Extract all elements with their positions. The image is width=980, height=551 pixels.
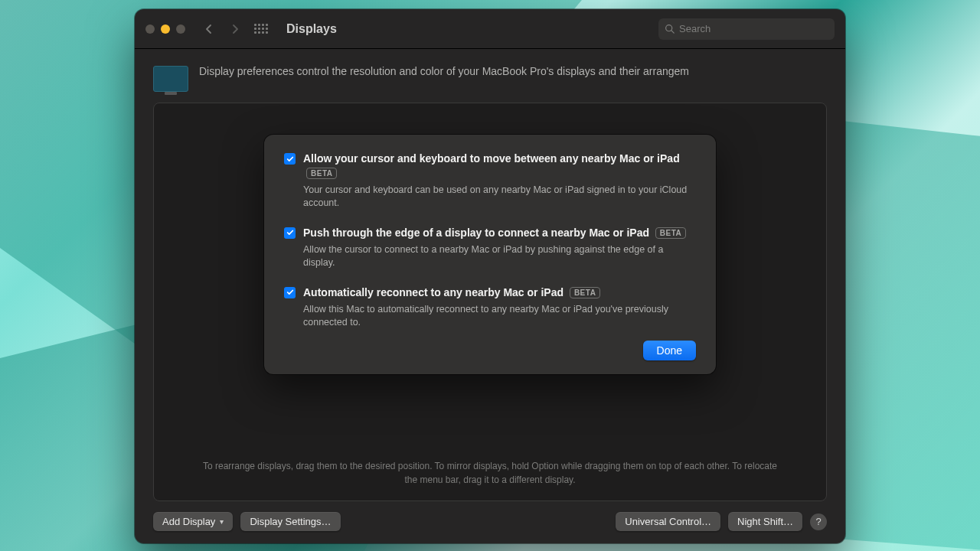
sheet-option: Push through the edge of a display to co… <box>284 226 696 270</box>
option-description: Allow the cursor to connect to a nearby … <box>303 243 696 270</box>
checkbox[interactable] <box>284 227 296 239</box>
back-button[interactable] <box>199 20 219 38</box>
checkbox[interactable] <box>284 287 296 298</box>
display-settings-label: Display Settings… <box>250 516 331 527</box>
intro-row: Display preferences control the resoluti… <box>153 64 827 92</box>
option-description: Your cursor and keyboard can be used on … <box>303 184 696 210</box>
option-description: Allow this Mac to automatically reconnec… <box>303 303 696 330</box>
option-body: Push through the edge of a display to co… <box>303 226 696 270</box>
sheet-option: Automatically reconnect to any nearby Ma… <box>284 285 696 330</box>
night-shift-label: Night Shift… <box>737 516 793 527</box>
question-icon: ? <box>815 516 821 527</box>
titlebar: Displays Search <box>135 9 845 49</box>
bottom-toolbar: Add Display ▾ Display Settings… Universa… <box>153 501 827 531</box>
night-shift-button[interactable]: Night Shift… <box>728 512 802 531</box>
option-body: Allow your cursor and keyboard to move b… <box>303 152 696 210</box>
window-controls <box>145 24 185 34</box>
intro-text: Display preferences control the resoluti… <box>199 64 689 79</box>
beta-badge: BETA <box>570 287 600 299</box>
system-preferences-window: Displays Search Display preferences cont… <box>135 9 845 543</box>
add-display-label: Add Display <box>162 516 215 527</box>
zoom-window-button[interactable] <box>176 24 185 34</box>
sheet-option: Allow your cursor and keyboard to move b… <box>284 152 696 210</box>
option-title: Automatically reconnect to any nearby Ma… <box>303 285 696 300</box>
close-window-button[interactable] <box>145 24 155 34</box>
checkbox[interactable] <box>284 153 296 165</box>
grid-icon <box>254 24 268 34</box>
minimize-window-button[interactable] <box>161 24 170 34</box>
beta-badge: BETA <box>306 168 337 180</box>
done-label: Done <box>657 344 682 357</box>
arrangement-hint: To rearrange displays, drag them to the … <box>166 455 814 488</box>
option-title: Push through the edge of a display to co… <box>303 226 696 240</box>
universal-control-button[interactable]: Universal Control… <box>616 512 720 531</box>
add-display-button[interactable]: Add Display ▾ <box>153 512 233 531</box>
svg-line-1 <box>671 31 674 33</box>
search-placeholder: Search <box>679 23 710 34</box>
option-title: Allow your cursor and keyboard to move b… <box>303 152 696 181</box>
chevron-down-icon: ▾ <box>220 517 224 526</box>
display-settings-button[interactable]: Display Settings… <box>240 512 340 531</box>
option-body: Automatically reconnect to any nearby Ma… <box>303 285 696 330</box>
forward-button[interactable] <box>225 20 245 38</box>
done-button[interactable]: Done <box>643 341 696 360</box>
universal-control-label: Universal Control… <box>625 516 711 527</box>
search-field[interactable]: Search <box>658 18 835 40</box>
beta-badge: BETA <box>655 227 686 240</box>
show-all-button[interactable] <box>251 20 271 38</box>
help-button[interactable]: ? <box>810 514 827 530</box>
universal-control-sheet: Allow your cursor and keyboard to move b… <box>264 135 716 374</box>
window-title: Displays <box>286 22 337 36</box>
search-icon <box>665 24 675 34</box>
display-icon <box>153 66 188 92</box>
